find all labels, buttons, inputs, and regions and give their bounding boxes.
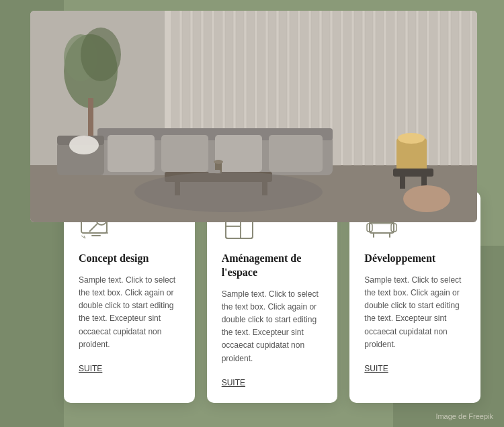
svg-rect-51 bbox=[393, 169, 433, 177]
card-amenagement: Aménagement de l'espace Sample text. Cli… bbox=[207, 191, 338, 403]
hero-image bbox=[30, 11, 477, 222]
card-concept-design-body: Sample text. Click to select the text bo… bbox=[79, 274, 180, 351]
page-wrapper: Concept design Sample text. Click to sel… bbox=[0, 0, 504, 427]
card-developpement-title: Développement bbox=[364, 252, 466, 266]
freepik-credit: Image de Freepik bbox=[435, 412, 493, 420]
svg-point-57 bbox=[134, 172, 323, 212]
card-concept-design: Concept design Sample text. Click to sel… bbox=[64, 191, 195, 403]
svg-rect-41 bbox=[215, 135, 262, 172]
svg-point-35 bbox=[81, 28, 121, 81]
card-amenagement-link[interactable]: SUITE bbox=[222, 378, 245, 387]
card-developpement-link[interactable]: SUITE bbox=[364, 364, 388, 373]
svg-rect-23 bbox=[376, 11, 384, 165]
svg-rect-31 bbox=[462, 11, 470, 165]
svg-rect-39 bbox=[108, 135, 155, 172]
svg-rect-40 bbox=[161, 135, 208, 172]
card-developpement-body: Sample text. Click to select the text bo… bbox=[364, 274, 466, 351]
card-concept-design-link[interactable]: SUITE bbox=[79, 364, 102, 373]
svg-rect-58 bbox=[208, 170, 220, 173]
svg-rect-52 bbox=[400, 177, 405, 189]
svg-rect-20 bbox=[343, 11, 351, 165]
svg-rect-32 bbox=[472, 11, 477, 165]
cards-row: Concept design Sample text. Click to sel… bbox=[64, 191, 480, 403]
svg-rect-19 bbox=[333, 11, 341, 165]
svg-point-50 bbox=[398, 133, 425, 144]
svg-rect-29 bbox=[440, 11, 448, 165]
card-developpement: Développement Sample text. Click to sele… bbox=[349, 191, 480, 403]
card-amenagement-body: Sample text. Click to select the text bo… bbox=[222, 288, 323, 365]
card-concept-design-title: Concept design bbox=[79, 252, 180, 266]
svg-rect-64 bbox=[226, 226, 241, 238]
svg-point-45 bbox=[69, 136, 99, 154]
svg-rect-24 bbox=[386, 11, 394, 165]
svg-rect-22 bbox=[365, 11, 373, 165]
svg-rect-28 bbox=[429, 11, 437, 165]
svg-point-56 bbox=[214, 160, 223, 164]
card-amenagement-title: Aménagement de l'espace bbox=[222, 252, 323, 280]
svg-rect-30 bbox=[451, 11, 459, 165]
svg-point-54 bbox=[403, 185, 450, 212]
svg-rect-42 bbox=[269, 135, 323, 172]
svg-rect-21 bbox=[354, 11, 362, 165]
hero-svg bbox=[30, 11, 477, 222]
